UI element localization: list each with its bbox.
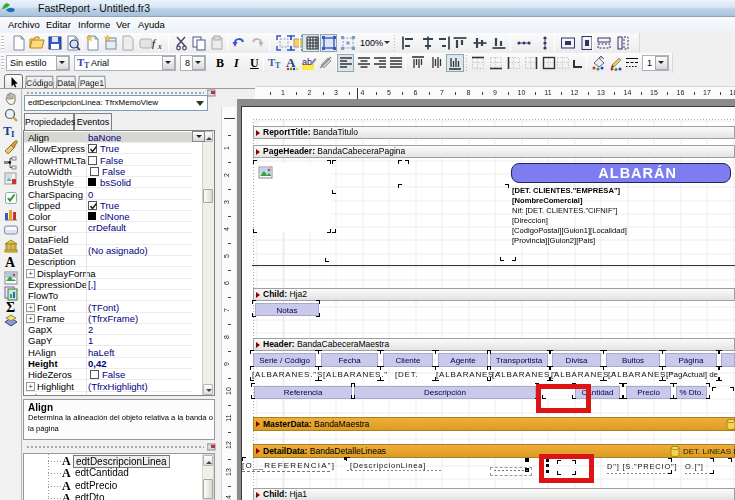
svg-text:f: f: [152, 37, 157, 49]
svg-text:I: I: [11, 129, 15, 139]
svg-text:A: A: [5, 255, 16, 270]
svg-text:A: A: [286, 55, 296, 70]
svg-text:T: T: [275, 61, 281, 70]
svg-text:T: T: [84, 61, 90, 69]
svg-text:ab: ab: [302, 57, 312, 67]
svg-text:x: x: [157, 42, 162, 51]
